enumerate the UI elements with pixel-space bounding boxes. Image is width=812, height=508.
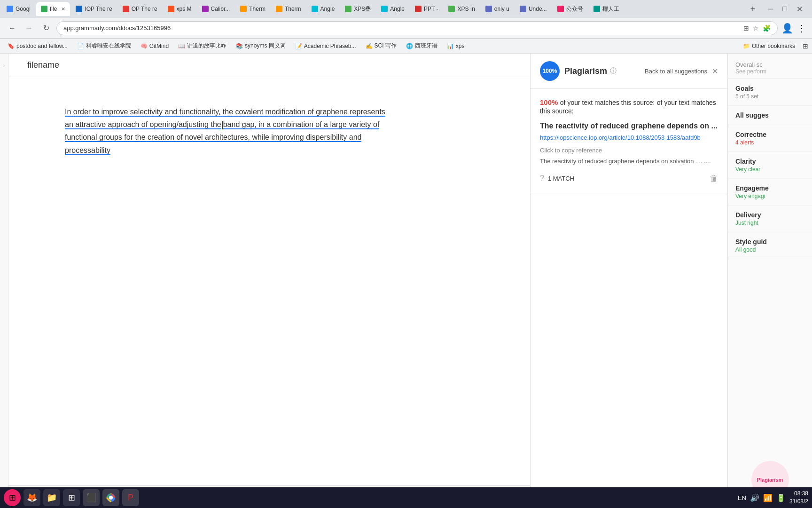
sidebar-header: Overall scSee perform	[728, 54, 812, 79]
bookmark-2[interactable]: 🧠GitMind	[137, 42, 172, 50]
minimize-btn[interactable]: ─	[768, 5, 773, 13]
tab-only[interactable]: only u	[481, 2, 514, 16]
sidebar-item-sub-6: All good	[735, 246, 804, 253]
keyboard-icon[interactable]: EN	[738, 494, 746, 501]
tab-under[interactable]: Unde...	[515, 2, 552, 16]
tab-xpsm[interactable]: xps M	[163, 2, 196, 16]
score-sidebar: Overall scSee performGoals5 of 5 setAll …	[727, 54, 812, 508]
tab-public[interactable]: 公众号	[553, 2, 588, 16]
bookmark-5[interactable]: 📝Academic Phraseb...	[291, 42, 360, 50]
tab-label-ppt: PPT -	[424, 6, 438, 12]
bookmark-1[interactable]: 📄科睿唯安在线学院	[73, 41, 135, 51]
copy-reference-btn[interactable]: Click to copy reference	[540, 147, 718, 154]
bookmark-8[interactable]: 📊xps	[443, 42, 468, 50]
task-files[interactable]: 📁	[43, 489, 60, 506]
match-help-icon[interactable]: ?	[540, 174, 544, 183]
bookmark-3[interactable]: 📖讲道的故事比咋	[174, 41, 230, 51]
bm-icon-7: 🌐	[406, 43, 413, 49]
tab-xps2[interactable]: XPS叠	[340, 2, 375, 16]
tab-iop[interactable]: IOP The re	[71, 2, 117, 16]
sidebar-item-all-sugges[interactable]: All sugges	[728, 106, 812, 125]
panel-title: Plagiarism	[564, 66, 607, 76]
sidebar-item-correctne[interactable]: Correctne4 alerts	[728, 125, 812, 152]
tab-close-file[interactable]: ✕	[61, 6, 65, 12]
sidebar-item-style-guid[interactable]: Style guidAll good	[728, 232, 812, 259]
bookmark-4[interactable]: 📚synoyms 同义词	[232, 41, 289, 51]
tab-xpsin[interactable]: XPS In	[444, 2, 479, 16]
tab-label-angle1: Angle	[320, 6, 335, 12]
address-text: app.grammarly.com/ddocs/1253165996	[63, 24, 171, 32]
sidebar-item-clarity[interactable]: ClarityVery clear	[728, 152, 812, 179]
tab-qch[interactable]: 椰人工	[589, 2, 624, 16]
sidebar-item-goals[interactable]: Goals5 of 5 set	[728, 79, 812, 106]
task-firefox[interactable]: 🦊	[23, 489, 40, 506]
tab-favicon-under	[520, 6, 526, 12]
sidebar-toggle[interactable]: ›	[0, 54, 8, 508]
tab-angle2[interactable]: Angle	[376, 2, 409, 16]
task-powerpoint[interactable]: P	[122, 489, 139, 506]
bm-icon-4: 📚	[236, 43, 243, 49]
doc-filename[interactable]: filename	[27, 60, 59, 70]
bookmark-folder-icon: 📁	[743, 43, 750, 49]
tab-calibre[interactable]: Calibr...	[197, 2, 235, 16]
tab-angle1[interactable]: Angle	[307, 2, 340, 16]
source-title[interactable]: The reactivity of reduced graphene depen…	[540, 121, 718, 131]
sidebar-item-sub-0: 5 of 5 set	[735, 93, 804, 100]
editor-area: filename In order to improve selectivity…	[8, 54, 530, 508]
document-text[interactable]: In order to improve selectivity and func…	[65, 105, 394, 157]
back-to-suggestions[interactable]: Back to all suggestions	[645, 68, 707, 75]
tab-therm2[interactable]: Therm	[271, 2, 306, 16]
back-nav-button[interactable]: ←	[6, 22, 19, 35]
overall-score-title: Overall sc	[735, 61, 804, 68]
translate-icon[interactable]: ⊞	[743, 24, 749, 32]
sidebar-item-delivery[interactable]: DeliveryJust right	[728, 206, 812, 232]
panel-header: 100% Plagiarism ⓘ Back to all suggestion…	[531, 54, 727, 89]
tab-google[interactable]: Googl	[2, 2, 35, 16]
new-tab-button[interactable]: +	[746, 2, 759, 16]
bookmarks-bar: 🔖postdoc and fellow...📄科睿唯安在线学院🧠GitMind📖…	[0, 39, 812, 54]
task-chrome[interactable]	[102, 489, 119, 506]
plagiarism-panel: 100% Plagiarism ⓘ Back to all suggestion…	[530, 54, 727, 508]
tab-label-under: Unde...	[529, 6, 547, 12]
reload-button[interactable]: ↻	[39, 22, 53, 35]
panel-info-icon[interactable]: ⓘ	[610, 67, 617, 75]
tab-label-there: OP The re	[132, 6, 157, 12]
tab-favicon-angle1	[312, 6, 318, 12]
sidebar-item-engageme[interactable]: EngagemeVery engagi	[728, 179, 812, 206]
address-input[interactable]: app.grammarly.com/ddocs/1253165996 ⊞ ☆ 🧩	[56, 21, 778, 35]
task-terminal[interactable]: ⬛	[83, 489, 100, 506]
settings-icon[interactable]: ⋮	[797, 23, 806, 34]
start-button[interactable]: ⊞	[4, 489, 21, 506]
extension-icon[interactable]: 🧩	[763, 24, 771, 32]
bm-icon-5: 📝	[295, 43, 302, 49]
volume-icon[interactable]: 🔊	[750, 493, 759, 502]
svg-point-1	[109, 496, 113, 500]
tab-label-file: file	[50, 6, 57, 12]
source-url[interactable]: https://iopscience.iop.org/article/10.10…	[540, 134, 718, 141]
bookmark-6[interactable]: ✍️SCI 写作	[362, 41, 400, 51]
forward-nav-button[interactable]: →	[23, 22, 36, 35]
reference-preview: The reactivity of reduced graphene depen…	[540, 157, 718, 166]
bm-label-4: synoyms 同义词	[245, 42, 286, 50]
editor-content[interactable]: In order to improve selectivity and func…	[8, 77, 530, 485]
bookmark-star-icon[interactable]: ☆	[753, 24, 759, 32]
task-apps[interactable]: ⊞	[63, 489, 80, 506]
trash-icon[interactable]: 🗑	[710, 174, 718, 183]
close-btn[interactable]: ✕	[796, 5, 803, 14]
tab-there[interactable]: OP The re	[118, 2, 162, 16]
bookmark-0[interactable]: 🔖postdoc and fellow...	[4, 42, 71, 50]
profile-icon[interactable]: 👤	[781, 23, 793, 34]
bookmark-7[interactable]: 🌐西班牙语	[402, 41, 441, 51]
tab-label-iop: IOP The re	[85, 6, 112, 12]
tab-file[interactable]: file✕	[36, 2, 70, 16]
sidebar-item-sub-2: 4 alerts	[735, 139, 804, 146]
grid-icon[interactable]: ⊞	[803, 42, 808, 50]
panel-close-icon[interactable]: ✕	[712, 67, 718, 76]
network-icon[interactable]: 📶	[763, 493, 773, 502]
battery-icon[interactable]: 🔋	[776, 493, 786, 502]
bookmark-9[interactable]: 📁Other bookmarks	[739, 42, 799, 50]
maximize-btn[interactable]: □	[782, 5, 787, 13]
tab-therm1[interactable]: Therm	[235, 2, 270, 16]
bm-label-6: SCI 写作	[375, 42, 397, 50]
tab-ppt[interactable]: PPT -	[410, 2, 443, 16]
